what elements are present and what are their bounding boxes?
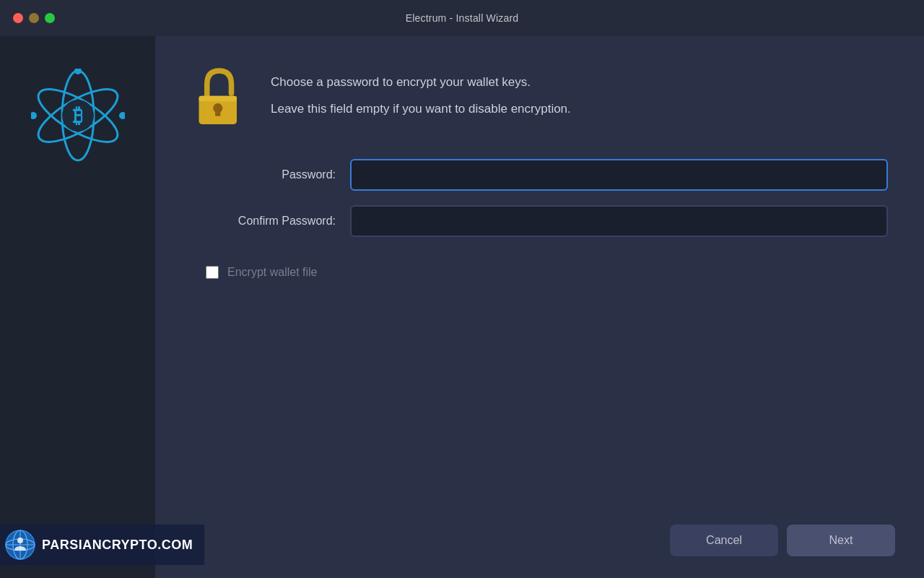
title-bar-controls xyxy=(13,13,55,23)
description-line1: Choose a password to encrypt your wallet… xyxy=(271,65,571,92)
close-button[interactable] xyxy=(13,13,23,23)
encrypt-wallet-label[interactable]: Encrypt wallet file xyxy=(227,266,318,279)
watermark-globe-icon xyxy=(4,529,36,561)
svg-rect-11 xyxy=(215,108,221,116)
content-panel: Choose a password to encrypt your wallet… xyxy=(155,36,924,578)
electrum-logo-icon: ₿ xyxy=(31,69,125,163)
watermark-text: PARSIANCRYPTO.COM xyxy=(42,538,193,553)
svg-point-17 xyxy=(17,538,23,543)
panel-header: Choose a password to encrypt your wallet… xyxy=(191,65,888,130)
window-title: Electrum - Install Wizard xyxy=(406,12,519,24)
password-input[interactable] xyxy=(350,159,888,191)
description-block: Choose a password to encrypt your wallet… xyxy=(271,65,571,118)
checkbox-section: Encrypt wallet file xyxy=(191,266,888,279)
svg-rect-9 xyxy=(199,95,237,101)
footer-buttons: Cancel Next xyxy=(670,525,895,556)
password-row: Password: xyxy=(191,159,888,191)
sidebar: ₿ xyxy=(0,36,155,578)
svg-point-5 xyxy=(74,69,82,74)
cancel-button[interactable]: Cancel xyxy=(670,525,778,556)
lock-icon xyxy=(193,67,248,129)
svg-point-7 xyxy=(31,112,37,119)
confirm-password-label: Confirm Password: xyxy=(191,215,336,228)
minimize-button[interactable] xyxy=(29,13,39,23)
password-label: Password: xyxy=(191,168,336,181)
main-content: ₿ xyxy=(0,36,924,578)
confirm-password-row: Confirm Password: xyxy=(191,205,888,237)
lock-icon-container xyxy=(191,65,249,130)
encrypt-wallet-checkbox[interactable] xyxy=(206,266,219,279)
confirm-password-input[interactable] xyxy=(350,205,888,237)
title-bar: Electrum - Install Wizard xyxy=(0,0,924,36)
description-line2: Leave this field empty if you want to di… xyxy=(271,92,571,118)
maximize-button[interactable] xyxy=(45,13,55,23)
svg-text:₿: ₿ xyxy=(73,105,83,127)
next-button[interactable]: Next xyxy=(787,525,895,556)
svg-point-6 xyxy=(119,112,125,119)
form-section: Password: Confirm Password: xyxy=(191,159,888,237)
logo-container: ₿ xyxy=(27,65,128,166)
watermark: PARSIANCRYPTO.COM xyxy=(0,525,204,565)
